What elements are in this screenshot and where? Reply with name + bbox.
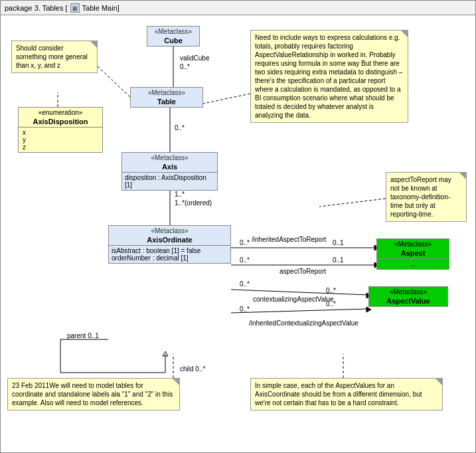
enum-axis-disposition[interactable]: «enumeration» AxisDisposition x y z <box>18 107 103 153</box>
aspect-stereotype: «Metaclass» <box>377 239 449 248</box>
svg-marker-32 <box>366 307 371 312</box>
axis-stereotype: «Metaclass» <box>122 153 217 161</box>
svg-text:0..*: 0..* <box>240 239 250 246</box>
label-inherited-aspect: /inheritedAspectToReport <box>252 236 326 243</box>
validcube-label: validCube <box>180 54 210 62</box>
aspectvalue-stereotype: «Metaclass» <box>369 287 447 296</box>
svg-text:0..*: 0..* <box>326 287 336 294</box>
svg-text:0..*: 0..* <box>180 63 190 70</box>
svg-text:0..*: 0..* <box>240 306 250 313</box>
svg-text:0..1: 0..1 <box>333 256 344 264</box>
axisordinate-name: AxisOrdinate <box>109 234 230 245</box>
note-calculations-text: Need to include ways to express calculat… <box>255 34 402 119</box>
axisordinate-stereotype: «Metaclass» <box>109 226 230 234</box>
axisdisposition-attrs: x y z <box>19 127 102 152</box>
aspect-name: Aspect <box>377 248 449 258</box>
cube-stereotype: «Metaclass» <box>147 27 199 35</box>
aspectvalue-name: AspectValue <box>369 296 447 306</box>
class-cube[interactable]: «Metaclass» Cube <box>147 26 200 46</box>
aspect-sub: ... <box>377 258 449 269</box>
axisdisposition-x: x <box>23 129 98 136</box>
note-aspecttoreport: aspectToReport may not be known at taxon… <box>386 172 467 222</box>
table-stereotype: «Metaclass» <box>131 88 202 96</box>
svg-line-29 <box>231 309 368 313</box>
svg-text:parent 0..1: parent 0..1 <box>67 332 99 339</box>
class-aspect[interactable]: «Metaclass» Aspect ... <box>376 238 449 270</box>
axisdisposition-z: z <box>23 143 98 151</box>
class-axisordinate[interactable]: «Metaclass» AxisOrdinate isAbstract : bo… <box>108 225 231 264</box>
note-aspecttoreport-text: aspectToReport may not be known at taxon… <box>390 176 451 218</box>
package-header: package 3. Tables [ ⊞ Table Main ] <box>1 1 475 15</box>
package-tab: Table Main <box>82 4 118 12</box>
svg-text:1..*(ordered): 1..*(ordered) <box>175 199 212 207</box>
aspect-ellipsis: ... <box>380 260 446 268</box>
svg-text:1..*: 1..* <box>175 191 185 198</box>
uml-canvas: package 3. Tables [ ⊞ Table Main ] valid… <box>0 0 476 453</box>
axisordinate-attr2: orderNumber : decimal [1] <box>112 254 228 262</box>
table-name: Table <box>131 96 202 107</box>
svg-marker-16 <box>163 351 168 356</box>
note-calculations: Need to include ways to express calculat… <box>250 30 408 123</box>
note-23feb-text: 23 Feb 2011We will need to model tables … <box>12 382 173 407</box>
class-axis[interactable]: «Metaclass» Axis disposition : AxisDispo… <box>121 152 218 191</box>
note-23feb: 23 Feb 2011We will need to model tables … <box>7 378 180 410</box>
label-contextualizing: contextualizingAspectValue <box>253 296 334 303</box>
note-consider: Should consider something more general t… <box>11 41 98 73</box>
svg-line-35 <box>203 94 250 104</box>
svg-text:0..*: 0..* <box>240 256 250 264</box>
note-simplecase: In simple case, each of the AspectValues… <box>250 378 443 410</box>
svg-text:0..1: 0..1 <box>333 239 344 246</box>
axisdisposition-stereotype: «enumeration» <box>19 108 102 116</box>
label-inherited-contextualizing: /inheritedContextualizingAspectValue <box>249 319 358 327</box>
package-close: ] <box>118 4 119 12</box>
axis-attrs: disposition : AxisDisposition [1] <box>122 172 217 190</box>
axis-name: Axis <box>122 161 217 172</box>
package-label: package 3. Tables [ <box>5 4 68 12</box>
axisdisposition-y: y <box>23 136 98 143</box>
svg-text:0..*: 0..* <box>175 124 185 132</box>
axisordinate-attrs: isAbstract : boolean [1] = false orderNu… <box>109 245 230 263</box>
svg-text:0..*: 0..* <box>240 280 250 288</box>
axisordinate-attr1: isAbstract : boolean [1] = false <box>112 247 228 254</box>
svg-text:child 0..*: child 0..* <box>180 365 205 373</box>
class-aspectvalue[interactable]: «Metaclass» AspectValue <box>368 286 448 307</box>
svg-line-25 <box>231 290 368 295</box>
svg-line-36 <box>319 199 386 207</box>
axisdisposition-name: AxisDisposition <box>19 116 102 127</box>
package-icon: ⊞ <box>70 3 80 13</box>
label-aspecttoreport: aspectToReport <box>279 268 326 275</box>
class-table[interactable]: «Metaclass» Table <box>130 87 203 108</box>
note-consider-text: Should consider something more general t… <box>16 45 88 69</box>
axis-disposition-attr: disposition : AxisDisposition [1] <box>125 174 214 189</box>
cube-name: Cube <box>147 35 199 46</box>
svg-line-34 <box>98 66 130 97</box>
note-simplecase-text: In simple case, each of the AspectValues… <box>255 382 422 407</box>
